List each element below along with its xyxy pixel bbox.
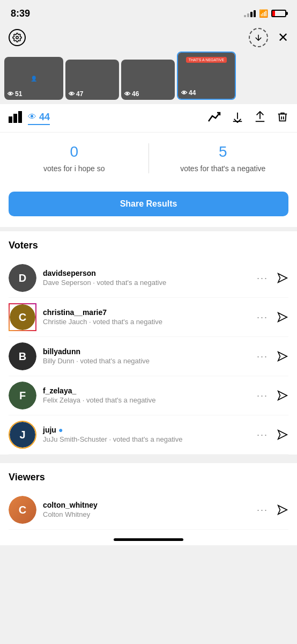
svg-marker-6 bbox=[278, 274, 287, 283]
voter-item: B billyadunn Billy Dunn · voted that's a… bbox=[9, 337, 288, 376]
more-options-button-3[interactable]: ··· bbox=[257, 351, 268, 362]
svg-rect-1 bbox=[9, 116, 12, 123]
top-action-left bbox=[9, 29, 26, 46]
svg-point-0 bbox=[16, 36, 19, 39]
svg-marker-10 bbox=[278, 430, 287, 440]
delete-icon[interactable] bbox=[277, 111, 288, 126]
toolbar-left: 👁 44 bbox=[9, 111, 50, 125]
voter-info-2: christina__marie7 Christie Jauch · voted… bbox=[43, 308, 257, 327]
voter-username-1: davidseperson bbox=[43, 269, 257, 277]
section-divider bbox=[0, 227, 297, 231]
eye-icon: 👁 bbox=[8, 91, 13, 97]
viewer-info-1: colton_whitney Colton Whitney bbox=[43, 501, 257, 519]
voter-actions-3: ··· bbox=[257, 350, 288, 362]
viewers-section: Viewers C colton_whitney Colton Whitney … bbox=[0, 463, 297, 530]
voter-info-4: f_zelaya_ Felix Zelaya · voted that's a … bbox=[43, 386, 257, 405]
voter-actions-4: ··· bbox=[257, 390, 288, 401]
vote-label-2: votes for that's a negative bbox=[180, 164, 265, 173]
send-icon-3[interactable] bbox=[277, 350, 288, 362]
voter-avatar-1: D bbox=[9, 264, 36, 292]
voter-actions-1: ··· bbox=[257, 272, 288, 284]
analytics-icon[interactable] bbox=[9, 111, 23, 125]
voter-avatar-2: C bbox=[9, 303, 36, 331]
vote-count-2: 5 bbox=[219, 143, 227, 160]
voter-detail-4: Felix Zelaya · voted that's a negative bbox=[43, 396, 257, 405]
send-icon-4[interactable] bbox=[277, 390, 288, 401]
home-indicator bbox=[114, 538, 183, 541]
more-options-button-5[interactable]: ··· bbox=[257, 429, 268, 441]
thumbnails-section: 👤 👁 51 👁 47 👁 46 THAT'S A NEGATIVE 👁 44 bbox=[0, 52, 297, 104]
svg-marker-11 bbox=[278, 506, 287, 515]
vote-option-1: 0 votes for i hope so bbox=[0, 143, 149, 173]
voter-username-5: juju ● bbox=[43, 426, 257, 434]
svg-rect-3 bbox=[18, 111, 22, 123]
more-options-button-2[interactable]: ··· bbox=[257, 312, 268, 323]
top-action-bar: ✕ bbox=[0, 24, 297, 52]
eye-icon-4: 👁 bbox=[181, 90, 187, 96]
viewer-detail-1: Colton Whitney bbox=[43, 510, 257, 519]
send-icon-v1[interactable] bbox=[277, 504, 288, 516]
viewers-title: Viewers bbox=[9, 472, 288, 483]
wifi-icon: 📶 bbox=[259, 9, 268, 18]
vote-label-1: votes for i hope so bbox=[43, 164, 105, 173]
status-bar: 8:39 📶 bbox=[0, 0, 297, 24]
svg-rect-2 bbox=[13, 114, 17, 123]
vote-count-1: 0 bbox=[70, 143, 78, 160]
voter-detail-2: Christie Jauch · voted that's a negative bbox=[43, 318, 257, 327]
thumbnail-4-active[interactable]: THAT'S A NEGATIVE 👁 44 bbox=[177, 52, 236, 100]
thumbnail-2[interactable]: 👁 47 bbox=[65, 60, 119, 100]
toolbar-right bbox=[208, 111, 288, 126]
view-count-3: 46 bbox=[132, 90, 139, 98]
toolbar-row: 👁 44 bbox=[0, 104, 297, 133]
send-icon-1[interactable] bbox=[277, 272, 288, 284]
more-options-button-v1[interactable]: ··· bbox=[257, 504, 268, 516]
more-options-button-4[interactable]: ··· bbox=[257, 390, 268, 401]
eye-icon-3: 👁 bbox=[124, 91, 130, 97]
voter-detail-3: Billy Dunn · voted that's a negative bbox=[43, 357, 257, 366]
voter-avatar-3: B bbox=[9, 342, 36, 370]
view-count-4: 44 bbox=[189, 89, 196, 97]
settings-icon[interactable] bbox=[9, 29, 26, 46]
voter-avatar-4: F bbox=[9, 382, 36, 409]
share-icon[interactable] bbox=[254, 111, 266, 125]
download-icon[interactable] bbox=[232, 111, 243, 125]
viewer-actions-1: ··· bbox=[257, 504, 288, 516]
viewers-divider bbox=[0, 455, 297, 463]
voter-item: J juju ● JuJu Smith-Schuster · voted tha… bbox=[9, 415, 288, 455]
thumbnail-1[interactable]: 👤 👁 51 bbox=[4, 57, 63, 100]
voter-detail-1: Dave Seperson · voted that's a negative bbox=[43, 279, 257, 288]
view-count-1: 51 bbox=[15, 90, 22, 98]
svg-marker-9 bbox=[278, 391, 287, 400]
voter-actions-5: ··· bbox=[257, 429, 288, 441]
voter-info-1: davidseperson Dave Seperson · voted that… bbox=[43, 269, 257, 288]
status-icons: 📶 bbox=[244, 9, 286, 18]
viewer-avatar-1: C bbox=[9, 496, 36, 524]
voter-detail-5: JuJu Smith-Schuster · voted that's a neg… bbox=[43, 435, 257, 444]
battery-icon bbox=[271, 10, 286, 17]
vote-option-2: 5 votes for that's a negative bbox=[149, 143, 298, 173]
svg-marker-7 bbox=[278, 313, 287, 322]
status-time: 8:39 bbox=[11, 8, 30, 19]
send-icon-2[interactable] bbox=[277, 311, 288, 323]
trend-icon[interactable] bbox=[208, 112, 221, 125]
voter-username-3: billyadunn bbox=[43, 347, 257, 356]
votes-section: 0 votes for i hope so 5 votes for that's… bbox=[0, 133, 297, 184]
download-circle-icon[interactable] bbox=[249, 28, 268, 47]
voter-username-4: f_zelaya_ bbox=[43, 386, 257, 395]
close-icon[interactable]: ✕ bbox=[278, 30, 288, 45]
voter-item: D davidseperson Dave Seperson · voted th… bbox=[9, 259, 288, 298]
voter-item: C christina__marie7 Christie Jauch · vot… bbox=[9, 298, 288, 337]
verified-badge: ● bbox=[58, 426, 63, 434]
more-options-button-1[interactable]: ··· bbox=[257, 273, 268, 284]
voter-item: F f_zelaya_ Felix Zelaya · voted that's … bbox=[9, 376, 288, 415]
send-icon-5[interactable] bbox=[277, 429, 288, 441]
home-bar bbox=[0, 530, 297, 545]
voters-section: Voters D davidseperson Dave Seperson · v… bbox=[0, 231, 297, 455]
voters-title: Voters bbox=[9, 240, 288, 251]
viewer-item: C colton_whitney Colton Whitney ··· bbox=[9, 491, 288, 530]
voter-username-2: christina__marie7 bbox=[43, 308, 257, 317]
voter-avatar-5: J bbox=[9, 421, 36, 449]
thumbnail-3[interactable]: 👁 46 bbox=[121, 60, 175, 100]
share-results-button[interactable]: Share Results bbox=[9, 192, 288, 216]
view-count-2: 47 bbox=[76, 90, 83, 98]
